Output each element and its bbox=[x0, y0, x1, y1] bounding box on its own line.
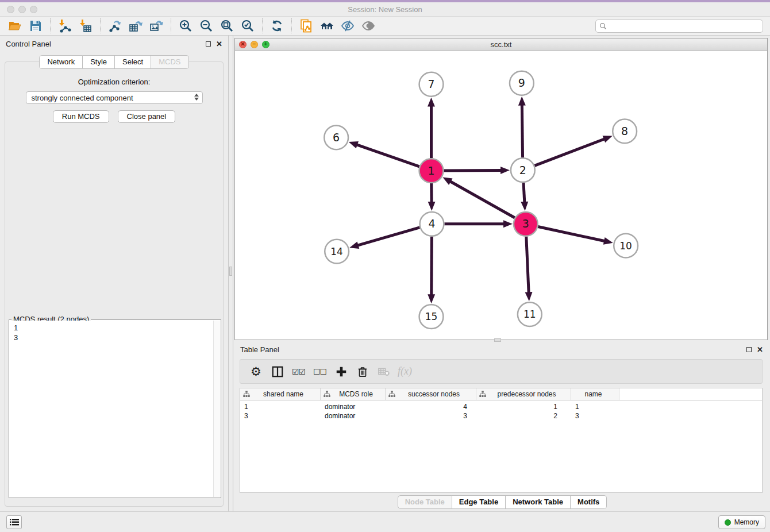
mcds-result-line: 3 bbox=[14, 333, 213, 342]
network-window-titlebar[interactable]: ✕ − + scc.txt bbox=[235, 38, 767, 51]
delete-table-icon bbox=[378, 365, 390, 378]
memory-button[interactable]: Memory bbox=[718, 515, 765, 529]
search-box[interactable] bbox=[595, 20, 763, 33]
table-settings-button[interactable]: ⚙ bbox=[245, 362, 267, 381]
zoom-fit-icon bbox=[220, 19, 234, 33]
network-view-window: ✕ − + scc.txt 1234678910111415 bbox=[234, 38, 768, 340]
network-graph[interactable]: 1234678910111415 bbox=[235, 51, 767, 340]
run-mcds-button[interactable]: Run MCDS bbox=[53, 110, 109, 123]
add-column-button[interactable] bbox=[330, 362, 352, 381]
network-canvas[interactable]: 1234678910111415 bbox=[235, 51, 767, 340]
save-icon bbox=[29, 19, 43, 33]
function-builder-button[interactable]: f(x) bbox=[394, 362, 415, 381]
column-header-name[interactable]: name bbox=[571, 388, 619, 400]
first-neighbors-button[interactable] bbox=[317, 17, 337, 34]
delete-table-button[interactable] bbox=[373, 362, 394, 381]
export-network-icon bbox=[108, 19, 122, 33]
tab-mcds[interactable]: MCDS bbox=[151, 55, 188, 69]
trash-icon bbox=[356, 365, 369, 378]
graph-arrowhead bbox=[521, 202, 528, 211]
graph-edge-3-1[interactable] bbox=[449, 181, 515, 218]
close-panel-icon[interactable]: ✕ bbox=[216, 41, 222, 47]
zoom-fit-button[interactable] bbox=[217, 17, 237, 34]
export-image-button[interactable] bbox=[146, 17, 167, 34]
tab-select[interactable]: Select bbox=[115, 55, 151, 69]
column-header-predecessor-nodes[interactable]: predecessor nodes bbox=[476, 388, 571, 400]
tab-network-table[interactable]: Network Table bbox=[506, 495, 571, 509]
hide-selected-button[interactable] bbox=[337, 17, 358, 34]
control-panel-header: Control Panel ✕ bbox=[0, 36, 228, 52]
clear-selection-button[interactable]: ☐☐ bbox=[309, 362, 330, 381]
control-panel: Control Panel ✕ Network Style Select MCD… bbox=[0, 36, 228, 511]
graph-node-label: 11 bbox=[523, 309, 536, 320]
graph-arrowhead bbox=[518, 97, 526, 106]
graph-edge-4-15[interactable] bbox=[432, 237, 432, 296]
zoom-in-button[interactable] bbox=[175, 17, 196, 34]
import-network-button[interactable] bbox=[55, 17, 75, 34]
vertical-splitter[interactable] bbox=[228, 36, 233, 511]
control-panel-tabs: Network Style Select MCDS bbox=[0, 55, 228, 69]
float-table-panel-icon[interactable] bbox=[746, 347, 752, 352]
toolbar-separator bbox=[262, 18, 263, 33]
tab-edge-table[interactable]: Edge Table bbox=[452, 495, 506, 509]
zoom-out-button[interactable] bbox=[196, 17, 217, 34]
export-table-button[interactable] bbox=[125, 17, 146, 34]
apply-preferred-layout-button[interactable] bbox=[267, 17, 287, 34]
column-header-shared-name[interactable]: shared name bbox=[240, 388, 321, 400]
gear-icon: ⚙ bbox=[251, 365, 261, 379]
select-all-button[interactable]: ☑☑ bbox=[288, 362, 309, 381]
show-all-button[interactable] bbox=[358, 17, 379, 34]
new-network-from-selection-button[interactable] bbox=[296, 17, 317, 34]
tab-network[interactable]: Network bbox=[39, 55, 83, 69]
graph-node-label: 15 bbox=[425, 311, 438, 322]
mcds-result-box: MCDS result (2 nodes) 1 3 bbox=[9, 319, 221, 498]
mcds-result-scrollbar[interactable] bbox=[213, 321, 220, 497]
control-panel-title: Control Panel bbox=[6, 40, 51, 48]
graph-edge-2-9[interactable] bbox=[522, 104, 522, 158]
graph-node-label: 8 bbox=[621, 125, 628, 137]
float-panel-icon[interactable] bbox=[206, 41, 211, 47]
graph-edge-1-2[interactable] bbox=[444, 170, 502, 171]
table-row[interactable]: 3 dominator 3 2 3 bbox=[240, 411, 762, 421]
splitter-grip[interactable] bbox=[229, 267, 232, 276]
table-row[interactable]: 1 dominator 4 1 1 bbox=[240, 402, 762, 411]
graph-edge-3-11[interactable] bbox=[526, 237, 529, 294]
column-header-successor-nodes[interactable]: successor nodes bbox=[386, 388, 476, 400]
zoom-selected-button[interactable] bbox=[237, 17, 258, 34]
task-history-button[interactable] bbox=[6, 515, 22, 529]
graph-edge-1-6[interactable] bbox=[356, 144, 419, 167]
save-session-button[interactable] bbox=[25, 17, 46, 34]
search-input[interactable] bbox=[607, 21, 763, 31]
graph-arrowhead bbox=[349, 141, 359, 148]
app-titlebar: Session: New Session bbox=[0, 2, 770, 17]
graph-edge-3-10[interactable] bbox=[538, 226, 606, 241]
optimization-criterion-select[interactable]: strongly connected component bbox=[26, 91, 203, 104]
graph-arrowhead bbox=[349, 242, 359, 249]
delete-column-button[interactable] bbox=[352, 362, 373, 381]
close-panel-button[interactable]: Close panel bbox=[118, 110, 176, 123]
zoom-selected-icon bbox=[241, 19, 255, 33]
close-table-panel-icon[interactable]: ✕ bbox=[757, 347, 763, 352]
export-network-button[interactable] bbox=[105, 17, 125, 34]
graph-arrowhead bbox=[603, 237, 613, 245]
import-table-button[interactable] bbox=[75, 17, 96, 34]
graph-edge-2-8[interactable] bbox=[534, 138, 605, 165]
plus-icon bbox=[335, 365, 348, 378]
fx-icon: f(x) bbox=[398, 365, 412, 377]
app-title: Session: New Session bbox=[0, 5, 770, 14]
folder-open-icon bbox=[8, 19, 22, 33]
mcds-result-text[interactable]: 1 3 bbox=[10, 321, 213, 497]
open-session-button[interactable] bbox=[5, 17, 25, 34]
column-header-mcds-role[interactable]: MCDS role bbox=[321, 388, 386, 400]
graph-edge-2-3[interactable] bbox=[523, 183, 525, 203]
graph-arrowhead bbox=[503, 220, 513, 228]
graph-edge-4-14[interactable] bbox=[357, 228, 420, 246]
tab-node-table[interactable]: Node Table bbox=[398, 495, 452, 509]
table-panel: Table Panel ✕ ⚙ ☑☑ ☐☐ f(x) shared name bbox=[234, 342, 770, 511]
export-image-icon bbox=[149, 19, 163, 33]
tab-motifs[interactable]: Motifs bbox=[571, 495, 607, 509]
tab-style[interactable]: Style bbox=[83, 55, 115, 69]
show-columns-button[interactable] bbox=[267, 362, 288, 381]
graph-node-label: 1 bbox=[428, 164, 434, 177]
table-panel-tabs: Node Table Edge Table Network Table Moti… bbox=[234, 495, 770, 509]
